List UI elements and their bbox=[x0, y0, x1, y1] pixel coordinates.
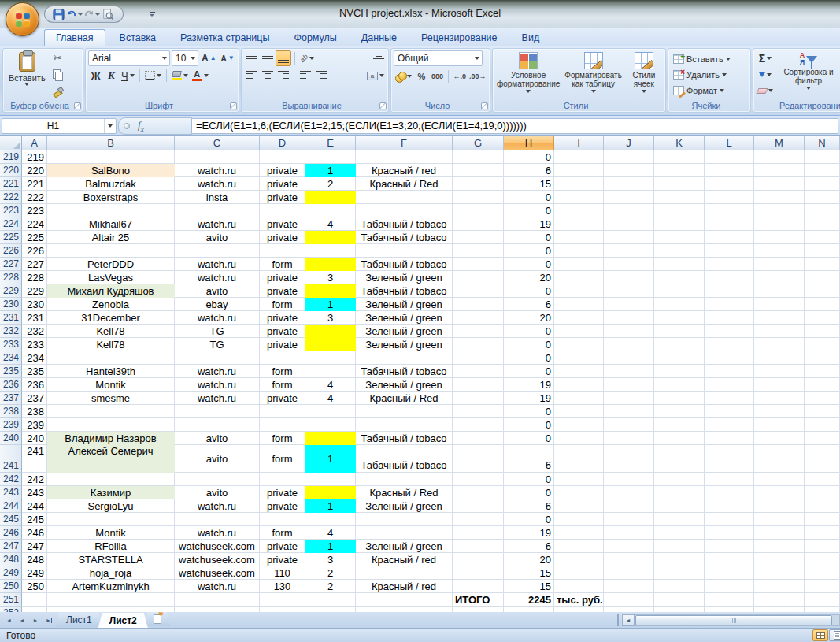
cell-I226[interactable] bbox=[554, 244, 604, 258]
cell-H219[interactable]: 0 bbox=[504, 150, 554, 164]
cell-E232[interactable] bbox=[305, 325, 356, 338]
cell-D229[interactable]: private bbox=[260, 284, 305, 298]
cell-F251[interactable] bbox=[356, 593, 453, 607]
cell-A229[interactable]: 229 bbox=[22, 284, 47, 298]
cell-J249[interactable] bbox=[604, 566, 654, 580]
format-painter-button[interactable] bbox=[50, 83, 65, 98]
cell-E219[interactable] bbox=[305, 150, 356, 164]
col-header-L[interactable]: L bbox=[705, 136, 754, 150]
cell-M224[interactable] bbox=[754, 217, 805, 231]
cell-E252[interactable] bbox=[305, 607, 356, 612]
cell-D224[interactable]: private bbox=[260, 217, 305, 231]
cell-C246[interactable]: watch.ru bbox=[175, 526, 260, 540]
cell-C231[interactable]: watch.ru bbox=[175, 311, 260, 325]
cell-D236[interactable]: form bbox=[260, 378, 305, 392]
col-header-A[interactable]: A bbox=[22, 136, 47, 150]
cell-A224[interactable]: 224 bbox=[22, 217, 47, 231]
ribbon-tab-4[interactable]: Формулы bbox=[283, 30, 346, 46]
shrink-font-button[interactable]: A▼ bbox=[220, 50, 236, 66]
scroll-left-icon[interactable]: ◄ bbox=[622, 614, 635, 626]
cell-L250[interactable] bbox=[705, 580, 754, 593]
cell-G236[interactable] bbox=[453, 378, 504, 392]
cell-G238[interactable] bbox=[453, 405, 504, 418]
cell-B242[interactable] bbox=[47, 473, 175, 486]
row-header-242[interactable]: 242 bbox=[0, 473, 22, 486]
paste-dropdown-icon[interactable] bbox=[24, 83, 29, 86]
cell-I251[interactable]: тыс. руб. bbox=[554, 593, 604, 607]
cell-F244[interactable]: Зеленый / green bbox=[356, 499, 453, 513]
wrap-text-button[interactable] bbox=[371, 50, 386, 66]
cell-J247[interactable] bbox=[604, 540, 654, 553]
cell-H245[interactable]: 0 bbox=[504, 513, 554, 526]
cell-J222[interactable] bbox=[604, 191, 654, 204]
cell-I239[interactable] bbox=[554, 418, 604, 432]
cell-M241[interactable] bbox=[754, 445, 805, 473]
number-dialog-launcher-icon[interactable] bbox=[481, 102, 488, 109]
cell-C223[interactable] bbox=[175, 204, 260, 217]
cell-L246[interactable] bbox=[705, 526, 754, 540]
cell-M240[interactable] bbox=[754, 432, 805, 445]
cell-H221[interactable]: 15 bbox=[504, 177, 554, 191]
cell-G246[interactable] bbox=[453, 526, 504, 540]
cell-I223[interactable] bbox=[554, 204, 604, 217]
format-cells-button[interactable]: Формат bbox=[671, 83, 748, 98]
cell-C243[interactable]: avito bbox=[175, 486, 260, 499]
cell-L242[interactable] bbox=[705, 473, 754, 486]
cell-N220[interactable] bbox=[805, 164, 840, 177]
cell-M242[interactable] bbox=[754, 473, 805, 486]
row-header-247[interactable]: 247 bbox=[0, 540, 22, 553]
cell-D242[interactable] bbox=[260, 473, 305, 486]
cell-E227[interactable] bbox=[305, 258, 356, 271]
cell-E229[interactable] bbox=[305, 284, 356, 298]
cell-L229[interactable] bbox=[705, 284, 754, 298]
cell-B251[interactable] bbox=[47, 593, 175, 607]
cell-B237[interactable]: smesme bbox=[47, 392, 175, 405]
cell-B249[interactable]: hoja_roja bbox=[47, 566, 175, 580]
cell-K250[interactable] bbox=[654, 580, 705, 593]
cell-B248[interactable]: STARSTELLA bbox=[47, 553, 175, 566]
font-size-select[interactable]: 10 bbox=[172, 50, 198, 66]
cell-G251[interactable]: ИТОГО bbox=[453, 593, 504, 607]
cell-F233[interactable]: Зеленый / green bbox=[356, 338, 453, 351]
cell-I237[interactable] bbox=[554, 392, 604, 405]
cell-K242[interactable] bbox=[654, 473, 705, 486]
cell-M244[interactable] bbox=[754, 499, 805, 513]
fill-button[interactable] bbox=[756, 67, 775, 83]
cell-I236[interactable] bbox=[554, 378, 604, 392]
font-dialog-launcher-icon[interactable] bbox=[230, 102, 237, 109]
cell-C235[interactable]: watch.ru bbox=[175, 365, 260, 378]
cell-F227[interactable]: Табачный / tobaco bbox=[356, 258, 453, 271]
ribbon-tab-7[interactable]: Вид bbox=[512, 30, 550, 46]
cell-A242[interactable]: 242 bbox=[22, 473, 47, 486]
cell-C242[interactable] bbox=[175, 473, 260, 486]
sheet-tab-1[interactable]: Лист1 bbox=[55, 613, 103, 627]
cell-H230[interactable]: 6 bbox=[504, 298, 554, 311]
cell-G239[interactable] bbox=[453, 418, 504, 432]
cell-G221[interactable] bbox=[453, 177, 504, 191]
cell-A233[interactable]: 233 bbox=[22, 338, 47, 351]
cell-H250[interactable]: 15 bbox=[504, 580, 554, 593]
col-header-J[interactable]: J bbox=[604, 136, 654, 150]
cell-G227[interactable] bbox=[453, 258, 504, 271]
cell-J248[interactable] bbox=[604, 553, 654, 566]
cell-N223[interactable] bbox=[805, 204, 840, 217]
cell-E247[interactable]: 1 bbox=[305, 540, 356, 553]
cell-F249[interactable] bbox=[356, 566, 453, 580]
cell-J234[interactable] bbox=[604, 351, 654, 365]
cell-E251[interactable] bbox=[305, 593, 356, 607]
cell-A227[interactable]: 227 bbox=[22, 258, 47, 271]
row-header-250[interactable]: 250 bbox=[0, 580, 22, 593]
cell-K234[interactable] bbox=[654, 351, 705, 365]
cell-L231[interactable] bbox=[705, 311, 754, 325]
cell-K227[interactable] bbox=[654, 258, 705, 271]
cell-M222[interactable] bbox=[754, 191, 805, 204]
cell-G233[interactable] bbox=[453, 338, 504, 351]
cell-K229[interactable] bbox=[654, 284, 705, 298]
cell-A249[interactable]: 249 bbox=[22, 566, 47, 580]
cell-K226[interactable] bbox=[654, 244, 705, 258]
cell-K238[interactable] bbox=[654, 405, 705, 418]
cell-F238[interactable] bbox=[356, 405, 453, 418]
cell-N238[interactable] bbox=[805, 405, 840, 418]
cell-D249[interactable]: 110 bbox=[260, 566, 305, 580]
cell-N225[interactable] bbox=[805, 231, 840, 244]
